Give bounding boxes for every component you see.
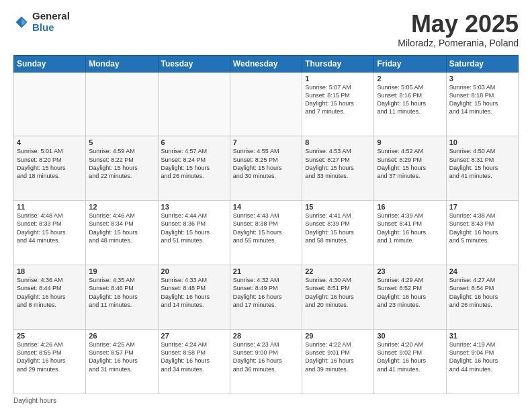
day-cell: 7Sunrise: 4:55 AM Sunset: 8:25 PM Daylig… <box>230 136 302 201</box>
col-tuesday: Tuesday <box>158 55 230 72</box>
day-cell: 26Sunrise: 4:25 AM Sunset: 8:57 PM Dayli… <box>86 330 158 394</box>
day-number: 10 <box>449 138 515 146</box>
day-number: 31 <box>449 332 515 340</box>
day-info: Sunrise: 4:35 AM Sunset: 8:46 PM Dayligh… <box>89 276 154 309</box>
day-info: Sunrise: 4:53 AM Sunset: 8:27 PM Dayligh… <box>305 147 371 180</box>
col-wednesday: Wednesday <box>230 55 302 72</box>
day-number: 13 <box>161 203 227 211</box>
day-cell: 16Sunrise: 4:39 AM Sunset: 8:41 PM Dayli… <box>374 201 446 265</box>
day-info: Sunrise: 4:32 AM Sunset: 8:49 PM Dayligh… <box>233 276 299 309</box>
day-info: Sunrise: 4:30 AM Sunset: 8:51 PM Dayligh… <box>305 276 371 309</box>
day-number: 3 <box>449 75 515 83</box>
day-cell: 30Sunrise: 4:20 AM Sunset: 9:02 PM Dayli… <box>374 330 446 394</box>
subtitle: Miloradz, Pomerania, Poland <box>398 38 519 48</box>
day-number: 28 <box>233 332 299 340</box>
day-number: 20 <box>161 267 227 275</box>
day-number: 27 <box>161 332 227 340</box>
day-info: Sunrise: 4:26 AM Sunset: 8:55 PM Dayligh… <box>17 340 83 373</box>
header: General Blue May 2025 Miloradz, Pomerani… <box>13 11 519 48</box>
col-monday: Monday <box>86 55 158 72</box>
day-number: 4 <box>17 138 83 146</box>
day-info: Sunrise: 5:01 AM Sunset: 8:20 PM Dayligh… <box>17 147 83 180</box>
day-info: Sunrise: 4:43 AM Sunset: 8:38 PM Dayligh… <box>233 212 299 244</box>
day-cell: 11Sunrise: 4:48 AM Sunset: 8:33 PM Dayli… <box>14 201 86 265</box>
title-block: May 2025 Miloradz, Pomerania, Poland <box>398 11 519 48</box>
day-info: Sunrise: 4:44 AM Sunset: 8:36 PM Dayligh… <box>161 212 227 244</box>
day-info: Sunrise: 4:41 AM Sunset: 8:39 PM Dayligh… <box>305 212 371 244</box>
day-number: 14 <box>233 203 299 211</box>
week-row-1: 1Sunrise: 5:07 AM Sunset: 8:15 PM Daylig… <box>14 72 519 136</box>
day-cell: 12Sunrise: 4:46 AM Sunset: 8:34 PM Dayli… <box>86 201 158 265</box>
day-info: Sunrise: 4:52 AM Sunset: 8:29 PM Dayligh… <box>377 147 443 180</box>
day-cell: 4Sunrise: 5:01 AM Sunset: 8:20 PM Daylig… <box>14 136 86 201</box>
day-info: Sunrise: 4:57 AM Sunset: 8:24 PM Dayligh… <box>161 147 227 180</box>
day-number: 18 <box>17 267 83 275</box>
col-sunday: Sunday <box>14 55 86 72</box>
day-number: 9 <box>377 138 443 146</box>
week-row-3: 11Sunrise: 4:48 AM Sunset: 8:33 PM Dayli… <box>14 201 519 265</box>
day-number: 21 <box>233 267 299 275</box>
day-number: 15 <box>305 203 371 211</box>
day-cell: 29Sunrise: 4:22 AM Sunset: 9:01 PM Dayli… <box>302 330 374 394</box>
day-cell <box>158 72 230 136</box>
day-cell: 15Sunrise: 4:41 AM Sunset: 8:39 PM Dayli… <box>302 201 374 265</box>
col-saturday: Saturday <box>446 55 518 72</box>
day-cell: 22Sunrise: 4:30 AM Sunset: 8:51 PM Dayli… <box>302 265 374 330</box>
day-cell: 10Sunrise: 4:50 AM Sunset: 8:31 PM Dayli… <box>446 136 518 201</box>
day-info: Sunrise: 4:48 AM Sunset: 8:33 PM Dayligh… <box>17 212 83 244</box>
day-number: 29 <box>305 332 371 340</box>
day-cell: 18Sunrise: 4:36 AM Sunset: 8:44 PM Dayli… <box>14 265 86 330</box>
day-cell: 21Sunrise: 4:32 AM Sunset: 8:49 PM Dayli… <box>230 265 302 330</box>
logo-blue-label: Blue <box>32 22 70 34</box>
day-number: 23 <box>377 267 443 275</box>
week-row-2: 4Sunrise: 5:01 AM Sunset: 8:20 PM Daylig… <box>14 136 519 201</box>
day-info: Sunrise: 4:22 AM Sunset: 9:01 PM Dayligh… <box>305 340 371 373</box>
page: General Blue May 2025 Miloradz, Pomerani… <box>0 0 532 411</box>
day-cell: 2Sunrise: 5:05 AM Sunset: 8:16 PM Daylig… <box>374 72 446 136</box>
day-cell: 6Sunrise: 4:57 AM Sunset: 8:24 PM Daylig… <box>158 136 230 201</box>
main-title: May 2025 <box>398 11 519 38</box>
day-info: Sunrise: 5:03 AM Sunset: 8:18 PM Dayligh… <box>449 83 515 116</box>
footer-note: Daylight hours <box>13 397 519 404</box>
day-info: Sunrise: 4:36 AM Sunset: 8:44 PM Dayligh… <box>17 276 83 309</box>
day-info: Sunrise: 4:55 AM Sunset: 8:25 PM Dayligh… <box>233 147 299 180</box>
day-cell: 1Sunrise: 5:07 AM Sunset: 8:15 PM Daylig… <box>302 72 374 136</box>
day-number: 25 <box>17 332 83 340</box>
day-cell: 25Sunrise: 4:26 AM Sunset: 8:55 PM Dayli… <box>14 330 86 394</box>
day-info: Sunrise: 4:24 AM Sunset: 8:58 PM Dayligh… <box>161 340 227 373</box>
day-info: Sunrise: 4:25 AM Sunset: 8:57 PM Dayligh… <box>89 340 154 373</box>
day-number: 2 <box>377 75 443 83</box>
day-info: Sunrise: 4:19 AM Sunset: 9:04 PM Dayligh… <box>449 340 515 373</box>
week-row-4: 18Sunrise: 4:36 AM Sunset: 8:44 PM Dayli… <box>14 265 519 330</box>
day-cell: 14Sunrise: 4:43 AM Sunset: 8:38 PM Dayli… <box>230 201 302 265</box>
day-cell: 19Sunrise: 4:35 AM Sunset: 8:46 PM Dayli… <box>86 265 158 330</box>
day-cell: 8Sunrise: 4:53 AM Sunset: 8:27 PM Daylig… <box>302 136 374 201</box>
day-cell: 9Sunrise: 4:52 AM Sunset: 8:29 PM Daylig… <box>374 136 446 201</box>
day-info: Sunrise: 4:50 AM Sunset: 8:31 PM Dayligh… <box>449 147 515 180</box>
day-info: Sunrise: 4:39 AM Sunset: 8:41 PM Dayligh… <box>377 212 443 244</box>
day-number: 1 <box>305 75 371 83</box>
day-number: 24 <box>449 267 515 275</box>
day-info: Sunrise: 5:05 AM Sunset: 8:16 PM Dayligh… <box>377 83 443 116</box>
logo-icon <box>13 14 30 30</box>
day-cell: 5Sunrise: 4:59 AM Sunset: 8:22 PM Daylig… <box>86 136 158 201</box>
day-number: 12 <box>89 203 154 211</box>
day-cell: 31Sunrise: 4:19 AM Sunset: 9:04 PM Dayli… <box>446 330 518 394</box>
day-info: Sunrise: 4:38 AM Sunset: 8:43 PM Dayligh… <box>449 212 515 244</box>
logo: General Blue <box>13 11 70 33</box>
calendar-table: Sunday Monday Tuesday Wednesday Thursday… <box>13 55 519 394</box>
day-number: 11 <box>17 203 83 211</box>
day-number: 8 <box>305 138 371 146</box>
day-number: 30 <box>377 332 443 340</box>
day-cell <box>86 72 158 136</box>
day-info: Sunrise: 5:07 AM Sunset: 8:15 PM Dayligh… <box>305 83 371 116</box>
col-friday: Friday <box>374 55 446 72</box>
day-number: 7 <box>233 138 299 146</box>
day-cell: 17Sunrise: 4:38 AM Sunset: 8:43 PM Dayli… <box>446 201 518 265</box>
day-info: Sunrise: 4:20 AM Sunset: 9:02 PM Dayligh… <box>377 340 443 373</box>
day-number: 17 <box>449 203 515 211</box>
day-cell: 3Sunrise: 5:03 AM Sunset: 8:18 PM Daylig… <box>446 72 518 136</box>
week-row-5: 25Sunrise: 4:26 AM Sunset: 8:55 PM Dayli… <box>14 330 519 394</box>
day-info: Sunrise: 4:27 AM Sunset: 8:54 PM Dayligh… <box>449 276 515 309</box>
day-cell: 20Sunrise: 4:33 AM Sunset: 8:48 PM Dayli… <box>158 265 230 330</box>
